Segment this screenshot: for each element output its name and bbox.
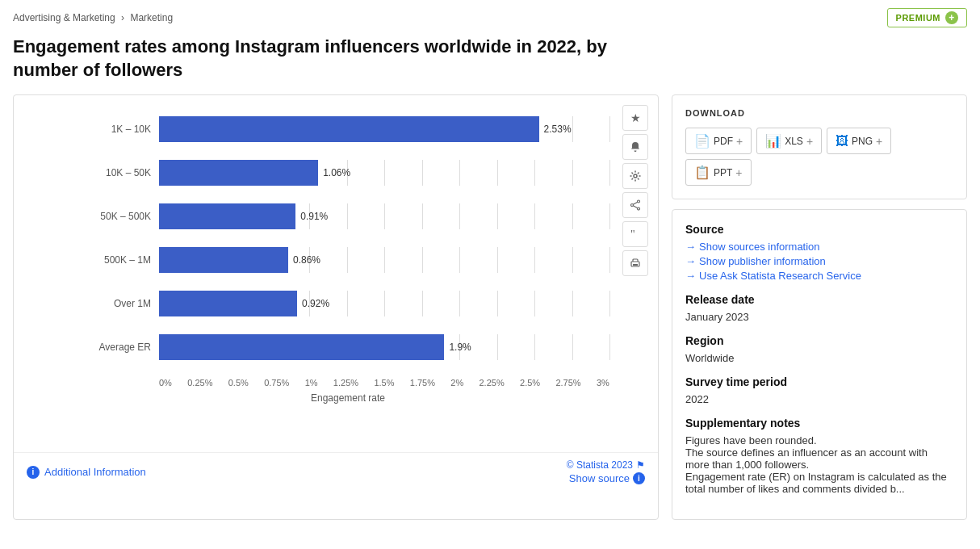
bar-row: 1K – 10K 2.53% [86, 116, 609, 142]
download-section: DOWNLOAD 📄 PDF +📊 XLS +🖼 PNG +📋 PPT + [672, 94, 967, 199]
bar-container: 1.9% [159, 334, 609, 360]
chart-panel: ★ " 1K – 10K [13, 94, 659, 520]
download-pdf-button[interactable]: 📄 PDF + [685, 128, 752, 154]
dl-label: XLS [785, 136, 803, 147]
bar-row: 500K – 1M 0.86% [86, 247, 609, 273]
bar-value: 0.92% [302, 298, 329, 309]
x-axis-tick: 1.5% [374, 378, 394, 388]
pdf-icon: 📄 [694, 133, 710, 149]
download-title: DOWNLOAD [685, 108, 953, 118]
premium-plus: + [945, 11, 958, 24]
region-section: Region Worldwide [685, 334, 953, 364]
supplementary-text: Figures have been rounded. The source de… [685, 434, 953, 495]
bar-label: 50K – 500K [86, 211, 151, 222]
show-source-label: Show source [569, 472, 630, 484]
region-value: Worldwide [685, 352, 953, 364]
dl-plus: + [806, 135, 813, 148]
dl-label: PPT [714, 167, 732, 178]
arrow-icon2: → [685, 255, 696, 267]
download-buttons: 📄 PDF +📊 XLS +🖼 PNG +📋 PPT + [685, 128, 953, 186]
footer-right: © Statista 2023 ⚑ Show source i [567, 459, 645, 484]
additional-info-link[interactable]: i Additional Information [27, 466, 146, 479]
xls-icon: 📊 [765, 133, 781, 149]
bar-row: 50K – 500K 0.91% [86, 203, 609, 229]
supplementary-section: Supplementary notes Figures have been ro… [685, 417, 953, 495]
breadcrumb-part1[interactable]: Advertising & Marketing [13, 12, 115, 23]
bar-value: 1.9% [449, 342, 471, 353]
x-axis-tick: 1.25% [333, 378, 358, 388]
survey-period-value: 2022 [685, 393, 953, 405]
dl-plus: + [736, 135, 743, 148]
additional-info-label: Additional Information [44, 466, 146, 478]
download-png-button[interactable]: 🖼 PNG + [827, 128, 891, 154]
statista-credit: © Statista 2023 ⚑ [567, 459, 645, 471]
png-icon: 🖼 [836, 134, 848, 149]
premium-badge[interactable]: PREMIUM + [887, 8, 967, 27]
bar-container: 1.06% [159, 160, 609, 186]
x-axis-tick: 0.5% [228, 378, 249, 388]
chart-footer: i Additional Information © Statista 2023… [14, 452, 658, 494]
bar-label: 500K – 1M [86, 254, 151, 266]
bar-label: 1K – 10K [86, 124, 151, 135]
ask-statista-link[interactable]: → Use Ask Statista Research Service [685, 270, 953, 282]
release-date-section: Release date January 2023 [685, 293, 953, 323]
bar-fill [159, 291, 297, 316]
x-axis-tick: 2.75% [555, 378, 580, 388]
bar-container: 0.92% [159, 291, 609, 316]
download-ppt-button[interactable]: 📋 PPT + [685, 159, 752, 186]
bar-fill [159, 160, 318, 186]
ppt-icon: 📋 [694, 165, 710, 180]
breadcrumb: Advertising & Marketing › Marketing [13, 12, 173, 23]
x-axis: 0%0.25%0.5%0.75%1%1.25%1.5%1.75%2%2.25%2… [86, 378, 609, 388]
x-axis-tick: 3% [597, 378, 609, 388]
source-title: Source [685, 223, 953, 236]
survey-period-title: Survey time period [685, 375, 953, 388]
arrow-icon: → [685, 241, 696, 253]
supplementary-title: Supplementary notes [685, 417, 953, 430]
show-publisher-label: Show publisher information [699, 255, 826, 267]
x-axis-label: Engagement rate [86, 392, 609, 404]
bar-chart: 1K – 10K 2.53% 10K – 50K 1.06% 50K – 500… [86, 116, 609, 360]
x-axis-tick: 1.75% [410, 378, 435, 388]
survey-period-section: Survey time period 2022 [685, 375, 953, 405]
x-axis-tick: 1% [305, 378, 318, 388]
show-sources-link[interactable]: → Show sources information [685, 241, 953, 253]
ask-statista-label: Use Ask Statista Research Service [699, 270, 861, 282]
info-panel: Source → Show sources information → Show… [672, 209, 967, 520]
x-axis-tick: 0.75% [264, 378, 289, 388]
bar-container: 2.53% [159, 116, 609, 142]
bar-label: Average ER [86, 342, 151, 353]
x-axis-tick: 2.25% [480, 378, 505, 388]
bar-container: 0.86% [159, 247, 609, 273]
dl-label: PDF [714, 136, 733, 147]
x-axis-tick: 2.5% [520, 378, 540, 388]
info-icon: i [27, 466, 40, 479]
premium-label: PREMIUM [896, 13, 940, 23]
x-axis-tick: 0.25% [187, 378, 212, 388]
bar-label: Over 1M [86, 298, 151, 309]
bar-row: 10K – 50K 1.06% [86, 160, 609, 186]
bar-value: 0.91% [300, 211, 328, 222]
bar-fill [159, 203, 295, 229]
show-publisher-link[interactable]: → Show publisher information [685, 255, 953, 267]
bar-fill [159, 116, 539, 142]
dl-label: PNG [852, 136, 873, 147]
x-axis-tick: 0% [159, 378, 172, 388]
arrow-icon3: → [685, 270, 696, 282]
statista-credit-text: © Statista 2023 [567, 459, 633, 471]
show-sources-label: Show sources information [699, 241, 820, 253]
bar-container: 0.91% [159, 203, 609, 229]
x-axis-tick: 2% [450, 378, 463, 388]
bar-value: 1.06% [323, 167, 350, 178]
bar-row: Over 1M 0.92% [86, 291, 609, 316]
dl-plus: + [735, 166, 742, 179]
bar-fill [159, 247, 288, 273]
breadcrumb-separator: › [121, 12, 124, 23]
bar-label: 10K – 50K [86, 167, 151, 178]
region-title: Region [685, 334, 953, 347]
show-source-link[interactable]: Show source i [569, 472, 645, 484]
breadcrumb-part2[interactable]: Marketing [130, 12, 173, 23]
bar-row: Average ER 1.9% [86, 334, 609, 360]
download-xls-button[interactable]: 📊 XLS + [756, 128, 822, 154]
flag-icon: ⚑ [636, 459, 645, 471]
